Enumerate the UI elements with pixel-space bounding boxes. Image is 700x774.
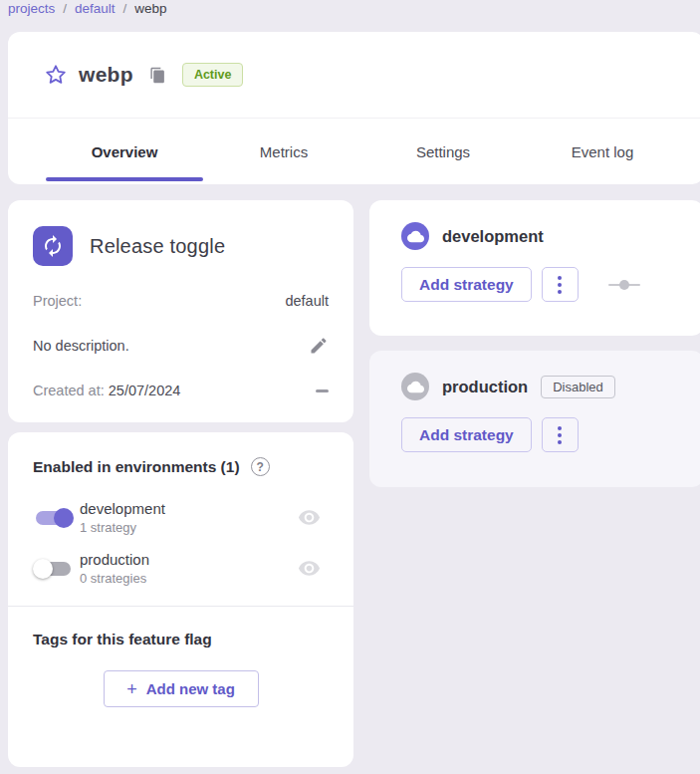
environment-labels: development 1 strategy	[80, 500, 298, 535]
description-text: No description.	[33, 338, 129, 354]
tags-heading: Tags for this feature flag	[33, 631, 329, 648]
panel-header: development	[401, 222, 700, 250]
breadcrumb-default[interactable]: default	[75, 1, 116, 16]
environments-heading: Enabled in environments (1)	[33, 458, 240, 476]
edit-description-icon[interactable]	[309, 336, 329, 356]
environments-card: Enabled in environments (1) ? developmen…	[8, 432, 353, 767]
tab-settings[interactable]: Settings	[363, 119, 523, 184]
favorite-star-icon[interactable]	[44, 63, 68, 87]
more-actions-kebab-button[interactable]	[542, 267, 579, 302]
plus-icon: +	[126, 680, 137, 698]
environment-panel-name: development	[442, 227, 544, 246]
project-value: default	[285, 293, 329, 309]
created-at-text: Created at: 25/07/2024	[33, 383, 180, 398]
flag-type-label: Release toggle	[90, 235, 225, 258]
created-at-row: Created at: 25/07/2024	[33, 383, 329, 398]
add-strategy-button[interactable]: Add strategy	[401, 267, 532, 302]
more-actions-kebab-button[interactable]	[542, 417, 579, 452]
feature-header-card: webp Active Overview Metrics Settings Ev…	[8, 32, 700, 184]
environment-strategy-count: 0 strategies	[80, 571, 298, 586]
development-toggle[interactable]	[33, 506, 74, 530]
tab-bar: Overview Metrics Settings Event log	[8, 118, 700, 184]
environment-name: production	[80, 551, 298, 568]
cloud-icon	[401, 222, 429, 250]
created-at-value: 25/07/2024	[109, 383, 181, 398]
eye-icon[interactable]	[298, 557, 321, 580]
environments-heading-row: Enabled in environments (1) ?	[33, 457, 329, 476]
project-row: Project: default	[33, 293, 329, 309]
tab-metrics[interactable]: Metrics	[204, 119, 363, 184]
flag-type-row: Release toggle	[33, 226, 329, 266]
add-new-tag-button[interactable]: + Add new tag	[104, 670, 259, 707]
project-label: Project:	[33, 293, 82, 309]
add-strategy-button[interactable]: Add strategy	[401, 417, 532, 452]
release-toggle-icon	[33, 226, 73, 266]
tab-event-log[interactable]: Event log	[523, 119, 682, 184]
environment-name: development	[80, 500, 298, 517]
development-environment-panel: development Add strategy	[369, 200, 700, 336]
panel-actions: Add strategy	[401, 417, 700, 452]
eye-icon[interactable]	[298, 506, 321, 529]
tab-overview[interactable]: Overview	[45, 119, 204, 184]
environment-labels: production 0 strategies	[80, 551, 298, 586]
status-badge: Active	[182, 63, 244, 87]
cloud-icon	[401, 373, 429, 400]
section-divider	[8, 606, 353, 607]
breadcrumb: projects / default / webp	[8, 1, 167, 16]
production-toggle[interactable]	[33, 557, 74, 581]
breadcrumb-separator: /	[123, 1, 127, 16]
environment-row-development: development 1 strategy	[33, 500, 329, 535]
panel-header: production Disabled	[401, 373, 700, 400]
dash-icon	[316, 389, 329, 392]
title-row: webp Active	[8, 32, 700, 93]
breadcrumb-current: webp	[134, 1, 166, 16]
copy-icon[interactable]	[149, 67, 166, 84]
breadcrumb-projects[interactable]: projects	[8, 1, 55, 16]
production-environment-panel: production Disabled Add strategy	[369, 351, 700, 487]
environment-row-production: production 0 strategies	[33, 551, 329, 586]
add-new-tag-label: Add new tag	[146, 680, 235, 697]
panel-actions: Add strategy	[401, 267, 700, 302]
breadcrumb-separator: /	[63, 1, 67, 16]
description-row: No description.	[33, 336, 329, 356]
page-title: webp	[79, 63, 133, 87]
flag-details-card: Release toggle Project: default No descr…	[8, 200, 353, 422]
disabled-badge: Disabled	[541, 376, 615, 398]
commit-line-icon	[608, 280, 640, 290]
environment-panel-name: production	[442, 378, 528, 396]
help-icon[interactable]: ?	[251, 457, 270, 476]
created-at-label: Created at:	[33, 383, 105, 398]
environment-strategy-count: 1 strategy	[80, 520, 298, 535]
